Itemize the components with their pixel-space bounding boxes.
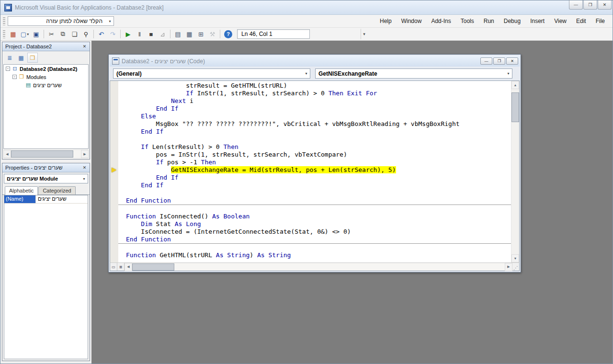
menu-view[interactable]: View (549, 15, 571, 27)
procedure-view-button[interactable] (110, 263, 117, 271)
margin-indicator-bar[interactable] (110, 81, 118, 262)
close-button[interactable]: ✕ (598, 0, 612, 10)
chevron-down-icon[interactable] (303, 69, 310, 78)
tab-categorized[interactable]: Categorized (38, 186, 75, 195)
tree-item[interactable]: ▤שערים יציגים (4, 81, 88, 89)
view-object-button[interactable]: ▦ (16, 53, 26, 63)
scrollbar-track[interactable] (73, 150, 81, 158)
restore-button[interactable]: ❐ (583, 0, 597, 10)
scroll-right-button[interactable] (505, 263, 512, 271)
insert-object-button[interactable]: ▢ (19, 29, 30, 39)
code-minimize-button[interactable]: — (480, 57, 492, 65)
procedure-combo[interactable]: GetNISExchangeRate (315, 68, 512, 79)
view-code-button[interactable]: ≣ (4, 53, 15, 63)
menu-file[interactable]: File (591, 15, 610, 27)
code-line[interactable]: MsgBox "?? ???? ????? ????????!", vbCrit… (126, 120, 511, 128)
code-line[interactable]: Else (126, 113, 511, 120)
scroll-left-button[interactable] (125, 263, 132, 271)
code-line[interactable]: End If (126, 128, 511, 136)
code-editor[interactable]: strResult = GetHTML(strURL) If InStr(1, … (110, 80, 520, 262)
menu-run[interactable]: Run (479, 15, 499, 27)
menu-edit[interactable]: Edit (571, 15, 591, 27)
properties-window-button[interactable]: ▦ (184, 29, 195, 39)
code-line[interactable]: pos = InStr(1, strResult, strSearch, vbT… (126, 151, 511, 159)
code-line[interactable] (126, 244, 511, 251)
code-line[interactable]: Dim Stat As Long (126, 220, 511, 228)
properties-object-combo[interactable]: שערים יציגים Module (4, 174, 88, 183)
chevron-down-icon[interactable] (80, 174, 88, 183)
code-line[interactable]: End If (126, 182, 511, 189)
redo-button[interactable]: ↷ (107, 29, 118, 39)
vertical-scrollbar[interactable] (511, 81, 519, 262)
toolbar-grip[interactable] (3, 30, 5, 38)
scrollbar-track[interactable] (174, 263, 505, 271)
project-tree[interactable]: -⊡Database2 (Database2)-❒Modules▤שערים י… (3, 64, 89, 149)
code-line[interactable]: Next i (126, 97, 511, 105)
tab-alphabetic[interactable]: Alphabetic (5, 186, 38, 195)
menu-insert[interactable]: Insert (525, 15, 549, 27)
code-line[interactable]: If Len(strResult) > 0 Then (126, 143, 511, 151)
paste-button[interactable]: ❏ (69, 29, 80, 39)
menu-add-ins[interactable]: Add-Ins (426, 15, 455, 27)
code-line[interactable]: Function IsConnected() As Boolean (126, 213, 511, 220)
code-line[interactable]: IsConnected = (InternetGetConnectedState… (126, 228, 511, 236)
code-horizontal-scrollbar[interactable] (125, 263, 512, 271)
project-panel-header[interactable]: Project - Database2 (2, 42, 90, 51)
code-line[interactable]: End Function (126, 236, 511, 243)
vertical-scrollbar-thumb[interactable] (511, 92, 519, 122)
menubar-grip[interactable] (3, 17, 5, 25)
menu-window[interactable]: Window (397, 15, 427, 27)
horizontal-scrollbar-thumb[interactable] (11, 150, 73, 158)
chevron-down-icon[interactable] (505, 69, 512, 78)
project-explorer-button[interactable]: ▤ (172, 29, 183, 39)
resize-grip[interactable] (512, 263, 519, 271)
horizontal-scrollbar-thumb[interactable] (132, 263, 174, 271)
menu-debug[interactable]: Debug (499, 15, 525, 27)
code-line[interactable]: If InStr(1, strResult, strSearch) > 0 Th… (126, 90, 511, 97)
expander-icon[interactable]: - (6, 67, 10, 71)
menu-help[interactable]: Help (375, 15, 397, 27)
minimize-button[interactable]: — (569, 0, 583, 10)
expander-icon[interactable]: - (12, 75, 17, 79)
find-button[interactable]: ⚲ (80, 29, 91, 39)
project-panel-close-button[interactable] (81, 43, 88, 50)
tree-item[interactable]: -⊡Database2 (Database2) (4, 65, 88, 73)
code-line[interactable] (126, 189, 511, 197)
property-value[interactable]: שערים יציגים (36, 195, 88, 203)
code-restore-button[interactable]: ❐ (493, 57, 505, 65)
scroll-left-button[interactable] (3, 150, 11, 158)
help-button[interactable]: ? (224, 30, 232, 38)
toggle-folders-button[interactable]: ❒ (27, 53, 38, 63)
property-row[interactable]: (Name)שערים יציגים (4, 195, 88, 204)
help-search-combo[interactable]: הקלד שאלה למתן עזרה (8, 16, 114, 26)
code-line[interactable]: GetNISExchangeRate = Mid(strResult, pos … (126, 166, 511, 174)
project-horizontal-scrollbar[interactable] (3, 150, 89, 158)
properties-panel-close-button[interactable] (81, 164, 88, 171)
code-line[interactable] (126, 205, 511, 213)
code-line[interactable]: Function GetHTML(strURL As String) As St… (126, 251, 511, 259)
toolbar-options-button[interactable]: ▾ (361, 29, 367, 39)
break-button[interactable]: ‖ (134, 29, 145, 39)
code-close-button[interactable]: ✕ (506, 57, 518, 65)
design-mode-button[interactable]: ⊿ (157, 29, 168, 39)
titlebar[interactable]: Microsoft Visual Basic for Applications … (0, 0, 613, 15)
code-line[interactable] (126, 136, 511, 143)
code-line[interactable]: End If (126, 174, 511, 182)
properties-panel-header[interactable]: Properties - שערים יציגים (2, 163, 90, 172)
code-text[interactable]: strResult = GetHTML(strURL) If InStr(1, … (118, 81, 511, 262)
scroll-down-button[interactable] (511, 254, 519, 262)
code-line[interactable]: If pos > -1 Then (126, 159, 511, 166)
code-line[interactable]: End If (126, 105, 511, 113)
chevron-down-icon[interactable] (106, 17, 114, 25)
cut-button[interactable]: ✂ (46, 29, 57, 39)
scroll-right-button[interactable] (81, 150, 89, 158)
copy-button[interactable]: ⧉ (57, 29, 68, 39)
reset-button[interactable]: ■ (146, 29, 157, 39)
property-name[interactable]: (Name) (4, 195, 36, 203)
undo-button[interactable]: ↶ (96, 29, 107, 39)
save-button[interactable]: ▣ (31, 29, 42, 39)
tree-item[interactable]: -❒Modules (4, 73, 88, 81)
view-access-button[interactable]: ▦ (8, 29, 19, 39)
code-line[interactable]: End Function (126, 197, 511, 205)
menu-tools[interactable]: Tools (456, 15, 479, 27)
